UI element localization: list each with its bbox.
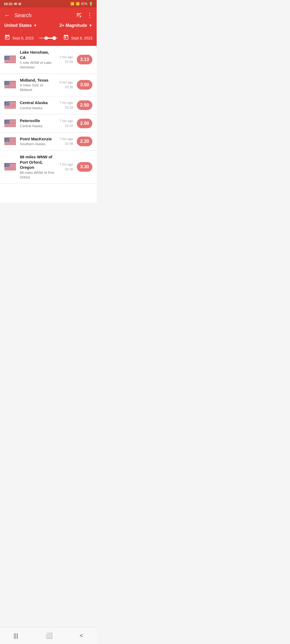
svg-point-151 [8, 138, 9, 138]
svg-point-197 [6, 166, 6, 166]
sort-icon[interactable] [76, 12, 82, 19]
list-item[interactable]: Lake Henshaw, CA 1 mile WSW of Lake Hens… [0, 46, 97, 74]
svg-point-150 [7, 138, 8, 138]
svg-point-126 [9, 121, 9, 122]
svg-point-138 [8, 123, 8, 124]
svg-point-193 [6, 165, 7, 165]
svg-point-159 [7, 139, 8, 140]
svg-point-100 [9, 104, 9, 105]
svg-point-115 [7, 120, 8, 120]
svg-point-9 [6, 56, 7, 57]
start-date[interactable]: Sept 6, 2023 [4, 34, 34, 42]
earthquake-location: 88 miles WNW of Port Orford, Oregon [20, 154, 55, 170]
svg-point-162 [6, 140, 6, 141]
list-item[interactable]: 88 miles WNW of Port Orford, Oregon 88 m… [0, 151, 97, 184]
svg-point-22 [6, 58, 6, 59]
svg-point-132 [6, 123, 7, 123]
svg-point-33 [8, 60, 8, 60]
list-item[interactable]: Petersville Central Alaska 7 hrs ago02:4… [0, 114, 97, 132]
end-date[interactable]: Sept 8, 2023 [63, 34, 92, 42]
svg-point-13 [6, 57, 6, 57]
filter-bar: United States ▼ 2+ Magnitude ▼ [0, 23, 97, 32]
svg-point-101 [6, 105, 6, 106]
date-range-slider[interactable] [36, 38, 61, 39]
flag-icon [4, 56, 16, 64]
svg-point-62 [6, 84, 7, 85]
calendar-end-icon [63, 34, 69, 42]
app-bar-actions: ⋮ [76, 12, 92, 19]
earthquake-sublocation: 88 miles WNW of Port Orford [20, 171, 55, 180]
svg-point-67 [6, 85, 7, 85]
svg-point-189 [6, 164, 7, 165]
svg-point-154 [6, 139, 7, 139]
svg-rect-181 [5, 170, 16, 171]
svg-rect-74 [5, 106, 16, 106]
svg-point-47 [9, 81, 9, 82]
svg-point-148 [5, 138, 6, 138]
earthquake-info: Petersville Central Alaska [20, 118, 55, 128]
svg-point-91 [9, 103, 9, 104]
svg-point-79 [6, 102, 7, 102]
svg-point-103 [8, 105, 8, 106]
svg-point-137 [6, 123, 7, 124]
back-button[interactable]: ← [4, 12, 10, 19]
svg-point-34 [8, 60, 9, 60]
svg-point-155 [8, 139, 8, 139]
battery-level: 82% [81, 2, 88, 6]
svg-point-96 [5, 104, 6, 105]
svg-rect-40 [5, 87, 16, 87]
end-date-label: Sept 8, 2023 [71, 36, 92, 40]
svg-point-207 [6, 167, 7, 167]
svg-rect-111 [5, 126, 16, 127]
svg-point-23 [6, 58, 7, 59]
svg-point-78 [5, 102, 6, 102]
svg-point-46 [8, 81, 9, 82]
earthquake-time: 6 hrs ago03:35 [58, 80, 73, 90]
svg-point-171 [6, 141, 6, 142]
earthquake-time: 7 hrs ago02:36 [58, 162, 73, 172]
magnitude-badge: 3.00 [77, 80, 92, 90]
svg-point-168 [7, 141, 8, 141]
svg-point-190 [8, 164, 8, 165]
svg-point-98 [7, 104, 8, 105]
svg-point-24 [8, 58, 8, 59]
svg-point-66 [6, 85, 6, 85]
svg-point-173 [8, 141, 8, 142]
start-date-label: Sept 6, 2023 [12, 36, 34, 40]
svg-point-206 [6, 167, 6, 167]
svg-point-30 [9, 59, 9, 59]
svg-rect-146 [5, 144, 16, 145]
flag-icon [4, 101, 16, 109]
earthquake-location: Lake Henshaw, CA [20, 50, 55, 60]
svg-point-186 [8, 163, 9, 164]
svg-point-169 [8, 141, 9, 141]
svg-point-191 [8, 164, 9, 165]
svg-point-200 [8, 166, 9, 166]
svg-point-114 [6, 120, 7, 120]
svg-point-205 [9, 166, 9, 167]
more-options-icon[interactable]: ⋮ [87, 12, 92, 19]
svg-point-60 [8, 83, 9, 84]
svg-point-104 [8, 105, 9, 106]
svg-point-135 [9, 123, 9, 123]
svg-point-10 [7, 56, 8, 57]
svg-point-20 [8, 57, 9, 58]
svg-point-92 [6, 104, 6, 104]
svg-point-56 [9, 83, 9, 83]
svg-point-156 [8, 139, 9, 139]
svg-point-26 [5, 59, 6, 59]
list-item[interactable]: Midland, Texas 4 miles SSE of Midland 6 … [0, 74, 97, 96]
earthquake-sublocation: Southern Alaska [20, 142, 55, 147]
magnitude-badge: 3.30 [77, 162, 92, 172]
svg-point-48 [6, 82, 6, 83]
svg-point-43 [5, 81, 6, 82]
list-item[interactable]: Point MacKenzie Southern Alaska 7 hrs ag… [0, 133, 97, 151]
svg-point-123 [6, 121, 7, 122]
svg-point-82 [9, 102, 9, 102]
country-filter[interactable]: United States ▼ [4, 23, 37, 28]
magnitude-filter[interactable]: 2+ Magnitude ▼ [59, 23, 92, 28]
magnitude-badge: 3.13 [77, 55, 92, 64]
svg-point-204 [8, 166, 9, 167]
list-item[interactable]: Central Alaska Central Alaska 7 hrs ago0… [0, 96, 97, 114]
svg-point-58 [6, 83, 7, 84]
